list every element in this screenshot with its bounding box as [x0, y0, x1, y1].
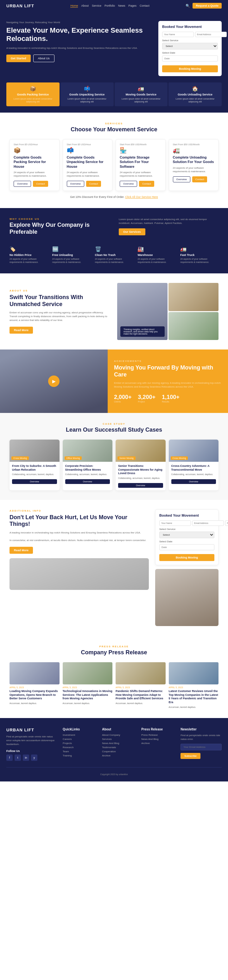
svc-tag-3: Start From $50 USD/Month [173, 143, 215, 146]
svc-contact-btn-1[interactable]: Contact [86, 181, 101, 187]
social-youtube-icon[interactable]: y [31, 754, 37, 761]
hero-svc-desc-2: Lorem ipsum dolor sit amet consectetur a… [117, 97, 165, 103]
footer-newsletter-input[interactable] [180, 744, 222, 750]
footer-link-research[interactable]: Research [63, 746, 97, 749]
nav-item-news[interactable]: News [118, 4, 125, 8]
svc-overview-btn-0[interactable]: Overview [14, 181, 31, 187]
nav-item-portfolio[interactable]: Portfolio [104, 4, 115, 8]
footer-about-services[interactable]: Services [102, 738, 136, 741]
hero-title: Elevate Your Move, Experience Seamless R… [6, 26, 152, 43]
service-card-1: Start From $5 USD/Hour 📫 Complete Goods … [63, 139, 113, 191]
svc-desc-3: 24 aspects of your software requirements… [173, 166, 215, 173]
form-service-label: Select Service [162, 39, 218, 42]
hero-svc-card-3[interactable]: 🏠 Goods Unloading Service Lorem ipsum do… [168, 83, 222, 106]
search-icon[interactable]: 🔍 [185, 4, 190, 8]
about-left: ABOUT US Swift Your Transitions With Unm… [10, 289, 111, 334]
hero-get-started-button[interactable]: Get Started [6, 54, 31, 62]
cases-title: Learn Our Successfull Study Cases [10, 426, 218, 433]
press-card-0: APRIL 5, 2023 Loading Moving Company Exp… [10, 662, 60, 709]
hero-svc-icon-2: 🚛 [117, 86, 165, 92]
hero-svc-card-1[interactable]: 📫 Goods Unpacking Service Lorem ipsum do… [60, 83, 114, 106]
social-twitter-icon[interactable]: t [14, 754, 21, 761]
social-facebook-icon[interactable]: f [6, 754, 13, 761]
footer-link-team[interactable]: Team [63, 750, 97, 753]
hero-about-button[interactable]: About Us [33, 54, 54, 62]
footer-about-cooperation[interactable]: Cooperation [102, 750, 136, 753]
about-readmore-button[interactable]: Read More [10, 327, 33, 334]
discount-text: Get 10% Discount For Every First of Orde… [10, 196, 218, 199]
case-tag-0: Cross Moving [11, 457, 29, 460]
nav-item-pages[interactable]: Pages [128, 4, 137, 8]
form-service-select[interactable]: Select [162, 43, 218, 49]
hero-subtitle: A leading innovator in orchestrating top… [6, 46, 152, 50]
form-date-input[interactable] [162, 56, 218, 62]
hero-svc-card-2[interactable]: 🚛 Moving Goods Service Lorem ipsum dolor… [115, 83, 168, 106]
cases-section: CASE STUDY Learn Our Successfull Study C… [0, 413, 228, 500]
hero-svc-title-1: Goods Unpacking Service [63, 93, 111, 96]
footer-link-investment[interactable]: Investment [63, 733, 97, 737]
svc-overview-btn-1[interactable]: Overview [67, 181, 84, 187]
footer-about-testimonials[interactable]: Testimonials [102, 746, 136, 749]
svc-contact-btn-2[interactable]: Contact [139, 181, 154, 187]
footer-desc: Find at perspiciatis onde omnis iste nat… [6, 735, 58, 746]
footer-about-news[interactable]: News And Blog [102, 742, 136, 745]
svc-overview-btn-3[interactable]: Overview [173, 177, 190, 182]
case-title-1: Corporate Precision: Streamlining Office… [65, 464, 110, 472]
press-desc-2: Accumsan, laoreet dapibus. [116, 702, 166, 705]
case-img-0: Cross Moving [10, 439, 60, 462]
footer-about-archive[interactable]: Archive [102, 754, 136, 757]
press-section: PRESS RELEASE Company Press Release APRI… [0, 636, 228, 718]
form-email-input[interactable] [195, 32, 227, 37]
svc-overview-btn-2[interactable]: Overview [120, 181, 137, 187]
press-card-2: APRIL 5, 2023 Pandemic Shifts Demand Pat… [116, 662, 166, 709]
why-feature-icon-1: 🆓 [52, 246, 90, 252]
why-feature-desc-0: 24 aspects of your software requirements… [10, 258, 48, 264]
why-feature-desc-1: 24 aspects of your software requirements… [52, 258, 90, 264]
services-label: SERVICES [10, 122, 218, 125]
why-feature-icon-0: 🏷️ [10, 246, 48, 252]
nav-item-service[interactable]: Service [92, 4, 101, 8]
cta-form-submit[interactable]: Booking Moving [159, 554, 214, 561]
case-btn-3[interactable]: Overview [171, 479, 216, 484]
cta-email-input[interactable] [192, 520, 224, 526]
footer-newsletter-button[interactable]: Subscribe [180, 753, 201, 759]
cta-name-input[interactable] [159, 520, 191, 526]
discount-link[interactable]: Click All Our Service Here [125, 196, 158, 199]
why-feature-icon-4: 🚛 [180, 246, 218, 252]
svc-title-0: Complete Goods Packing Service for House [14, 155, 55, 169]
press-cards-row: APRIL 5, 2023 Loading Moving Company Exp… [10, 662, 218, 709]
social-linkedin-icon[interactable]: in [23, 754, 29, 761]
nav-item-home[interactable]: Home [70, 4, 78, 8]
case-card-2: Senior Moving Senior Transitions: Compas… [116, 439, 166, 490]
hero-section: Navigating Your Journey, Relocating Your… [0, 11, 228, 83]
svc-contact-btn-3[interactable]: Contact [192, 177, 207, 182]
footer-link-careers[interactable]: Careers [63, 738, 97, 741]
footer-link-projects[interactable]: Projects [63, 742, 97, 745]
case-btn-0[interactable]: Overview [12, 479, 57, 484]
form-name-input[interactable] [162, 32, 194, 37]
case-title-2: Senior Transitions: Compassionate Moves … [118, 464, 163, 476]
cta-date-input[interactable] [159, 544, 214, 550]
footer-press-link-1[interactable]: News And Blog [141, 738, 176, 741]
cta-phone-input[interactable] [225, 520, 228, 526]
svc-title-1: Complete Goods Unpacking Service for Hou… [67, 155, 109, 169]
footer-about-company[interactable]: About Company [102, 733, 136, 737]
cta-readmore-button[interactable]: Read More [10, 547, 33, 554]
discount-label: Get 10% Discount For Every First of Orde… [70, 196, 125, 199]
why-services-button[interactable]: Our Services [119, 228, 145, 235]
footer-press-link-0[interactable]: Press Release [141, 733, 176, 737]
svc-contact-btn-0[interactable]: Contact [33, 181, 48, 187]
press-title-2: Pandemic Shifts Demand Patterns: How Mov… [116, 689, 166, 701]
hero-svc-card-0[interactable]: 📦 Goods Packing Service Lorem ipsum dolo… [6, 83, 60, 106]
footer-press-link-2[interactable]: Archive [141, 742, 176, 745]
case-btn-1[interactable]: Overview [65, 479, 110, 484]
case-btn-2[interactable]: Overview [118, 483, 163, 488]
footer-link-training[interactable]: Training [63, 754, 97, 757]
press-date-3: APRIL 5, 2023 [169, 686, 219, 689]
nav-cta-button[interactable]: Request a Quote [193, 3, 222, 9]
nav-item-contact[interactable]: Contact [140, 4, 149, 8]
nav-item-about[interactable]: About [81, 4, 89, 8]
form-submit-button[interactable]: Booking Moving [162, 65, 218, 72]
moving-play-button[interactable]: ▶ [48, 375, 60, 387]
cta-service-select[interactable]: Select [159, 531, 214, 538]
